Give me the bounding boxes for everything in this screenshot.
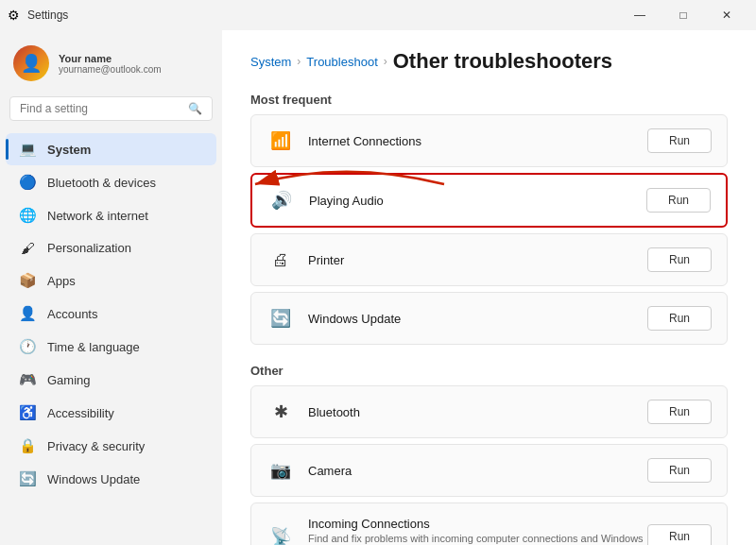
ts-row-0-3: 🔄Windows UpdateRun <box>250 292 728 345</box>
accessibility-nav-icon: ♿ <box>19 404 36 421</box>
title-bar-controls: — □ ✕ <box>618 0 748 30</box>
sidebar-item-network[interactable]: 🌐Network & internet <box>6 199 216 231</box>
sidebar-label-apps: Apps <box>47 274 76 288</box>
network-nav-icon: 🌐 <box>19 207 36 224</box>
ts-icon-1-2: 📡 <box>266 526 295 546</box>
ts-label-wrap-1-0: Bluetooth <box>308 405 647 419</box>
sidebar-label-gaming: Gaming <box>47 373 91 387</box>
sidebar-label-accessibility: Accessibility <box>47 406 114 420</box>
sidebar-item-windowsupdate[interactable]: 🔄Windows Update <box>6 463 216 495</box>
sidebar-item-accounts[interactable]: 👤Accounts <box>6 298 216 330</box>
system-nav-icon: 💻 <box>19 141 36 158</box>
title-bar-text: Settings <box>27 9 68 22</box>
sidebar-label-network: Network & internet <box>47 209 148 223</box>
run-button-1-2[interactable]: Run <box>647 524 712 546</box>
time-nav-icon: 🕐 <box>19 338 36 355</box>
sidebar-item-apps[interactable]: 📦Apps <box>6 264 216 297</box>
breadcrumb-sep-1: › <box>297 55 301 68</box>
sidebar-label-time: Time & language <box>47 340 140 354</box>
user-name: Your name <box>59 53 162 64</box>
search-box[interactable]: 🔍 <box>9 96 213 121</box>
sidebar-label-windowsupdate: Windows Update <box>47 472 140 486</box>
ts-icon-1-1: 📷 <box>266 460 295 481</box>
search-input[interactable] <box>20 102 182 115</box>
ts-row-0-1: 🔊Playing AudioRun <box>250 173 728 228</box>
search-icon: 🔍 <box>188 102 202 115</box>
section-header-1: Other <box>250 364 728 378</box>
ts-row-0-0: 📶Internet ConnectionsRun <box>250 114 728 167</box>
sidebar-item-bluetooth[interactable]: 🔵Bluetooth & devices <box>6 166 216 198</box>
gaming-nav-icon: 🎮 <box>19 371 36 388</box>
ts-label-wrap-1-1: Camera <box>308 464 647 478</box>
ts-row-1-2: 📡Incoming ConnectionsFind and fix proble… <box>250 502 728 545</box>
run-button-0-0[interactable]: Run <box>647 128 712 153</box>
sidebar-label-accounts: Accounts <box>47 307 97 321</box>
maximize-button[interactable]: □ <box>662 0 705 30</box>
sidebar-item-privacy[interactable]: 🔒Privacy & security <box>6 430 216 462</box>
ts-label-1-0: Bluetooth <box>308 405 647 419</box>
sidebar-item-accessibility[interactable]: ♿Accessibility <box>6 397 216 429</box>
title-bar-left: ⚙ Settings <box>8 8 68 23</box>
sidebar-label-personalization: Personalization <box>47 241 131 255</box>
breadcrumb-troubleshoot[interactable]: Troubleshoot <box>306 55 377 69</box>
ts-label-wrap-0-1: Playing Audio <box>309 194 646 208</box>
breadcrumb-current: Other troubleshooters <box>393 49 612 74</box>
breadcrumb-sep-2: › <box>384 55 387 68</box>
bluetooth-nav-icon: 🔵 <box>19 174 36 191</box>
ts-icon-0-0: 📶 <box>266 130 295 151</box>
ts-icon-0-2: 🖨 <box>266 250 295 270</box>
ts-row-1-0: ✱BluetoothRun <box>250 385 728 438</box>
breadcrumb-system[interactable]: System <box>250 55 291 69</box>
section-header-0: Most frequent <box>250 93 728 107</box>
sidebar-label-bluetooth: Bluetooth & devices <box>47 176 156 190</box>
user-profile[interactable]: 👤 Your name yourname@outlook.com <box>0 38 222 96</box>
sidebar-item-gaming[interactable]: 🎮Gaming <box>6 364 216 396</box>
ts-label-1-2: Incoming Connections <box>308 517 647 531</box>
sections-container: Most frequent📶Internet ConnectionsRun🔊Pl… <box>250 93 728 545</box>
sidebar-item-system[interactable]: 💻System <box>6 133 216 165</box>
run-button-0-1[interactable]: Run <box>646 188 711 213</box>
breadcrumb: System › Troubleshoot › Other troublesho… <box>250 49 728 74</box>
sidebar: 👤 Your name yourname@outlook.com 🔍 💻Syst… <box>0 30 222 545</box>
run-button-0-2[interactable]: Run <box>647 247 712 272</box>
ts-row-0-2: 🖨PrinterRun <box>250 233 728 286</box>
ts-row-1-1: 📷CameraRun <box>250 444 728 497</box>
ts-label-0-2: Printer <box>308 253 647 267</box>
settings-icon: ⚙ <box>8 8 20 23</box>
main-content: System › Troubleshoot › Other troublesho… <box>222 30 756 545</box>
ts-icon-0-3: 🔄 <box>266 308 295 329</box>
title-bar: ⚙ Settings — □ ✕ <box>0 0 756 30</box>
ts-label-0-1: Playing Audio <box>309 194 646 208</box>
ts-sublabel-1-2: Find and fix problems with incoming comp… <box>308 533 647 545</box>
nav-list: 💻System🔵Bluetooth & devices🌐Network & in… <box>0 132 222 496</box>
close-button[interactable]: ✕ <box>705 0 748 30</box>
sidebar-item-personalization[interactable]: 🖌Personalization <box>6 232 216 264</box>
ts-icon-1-0: ✱ <box>266 401 295 422</box>
windowsupdate-nav-icon: 🔄 <box>19 470 36 487</box>
ts-icon-0-1: 🔊 <box>267 190 296 211</box>
ts-label-wrap-0-3: Windows Update <box>308 312 647 326</box>
ts-label-0-3: Windows Update <box>308 312 647 326</box>
user-info: Your name yourname@outlook.com <box>59 53 162 75</box>
avatar: 👤 <box>13 45 49 81</box>
privacy-nav-icon: 🔒 <box>19 437 36 454</box>
ts-label-0-0: Internet Connections <box>308 134 647 148</box>
ts-label-wrap-0-0: Internet Connections <box>308 134 647 148</box>
sidebar-item-time[interactable]: 🕐Time & language <box>6 331 216 363</box>
ts-label-1-1: Camera <box>308 464 647 478</box>
ts-label-wrap-1-2: Incoming ConnectionsFind and fix problem… <box>308 517 647 545</box>
ts-label-wrap-0-2: Printer <box>308 253 647 267</box>
personalization-nav-icon: 🖌 <box>19 240 36 256</box>
user-email: yourname@outlook.com <box>59 64 162 75</box>
run-button-1-1[interactable]: Run <box>647 458 712 483</box>
apps-nav-icon: 📦 <box>19 272 36 289</box>
run-button-0-3[interactable]: Run <box>647 306 712 331</box>
sidebar-label-privacy: Privacy & security <box>47 439 145 453</box>
app-body: 👤 Your name yourname@outlook.com 🔍 💻Syst… <box>0 30 756 545</box>
run-button-1-0[interactable]: Run <box>647 400 712 424</box>
sidebar-label-system: System <box>47 143 91 157</box>
accounts-nav-icon: 👤 <box>19 305 36 322</box>
minimize-button[interactable]: — <box>618 0 662 30</box>
